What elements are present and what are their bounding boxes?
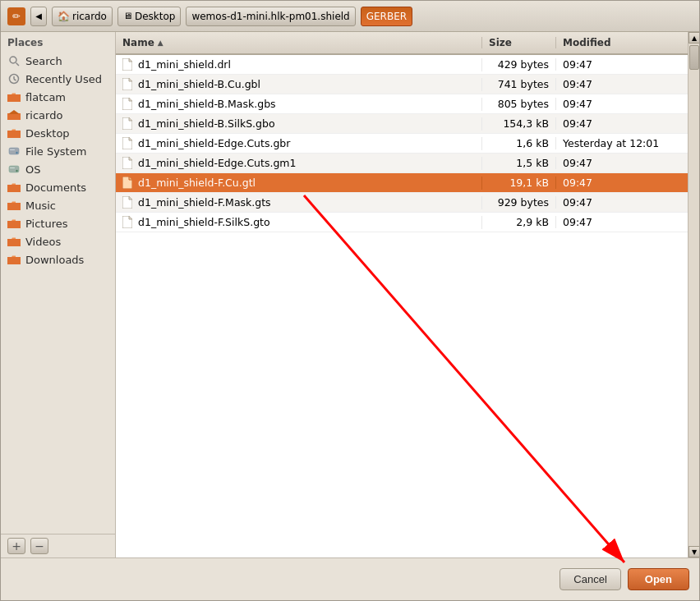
bottom-bar: Cancel Open — [1, 557, 699, 600]
places-header: Places — [1, 32, 115, 52]
svg-rect-8 — [10, 149, 15, 150]
sidebar-item-search[interactable]: Search — [1, 52, 115, 70]
file-icon — [122, 58, 134, 71]
file-area-wrapper: Name ▲ Size Modified — [116, 32, 699, 557]
svg-line-4 — [14, 80, 16, 81]
sidebar: Places Search — [1, 32, 116, 557]
file-cell-name: d1_mini_shield-F.Mask.gts — [116, 196, 482, 209]
desktop-folder-icon — [7, 126, 21, 140]
file-cell-size: 154,3 kB — [482, 117, 556, 130]
file-cell-size: 429 bytes — [482, 58, 556, 71]
file-cell-size: 2,9 kB — [482, 216, 556, 228]
file-cell-size: 929 bytes — [482, 196, 556, 209]
file-dialog: ✏ ◀ 🏠 ricardo 🖥 Desktop wemos-d1-mini.hl… — [0, 0, 700, 601]
sidebar-footer: + − — [1, 534, 115, 557]
sidebar-item-pictures[interactable]: Pictures — [1, 214, 115, 232]
breadcrumb-folder[interactable]: wemos-d1-mini.hlk-pm01.shield — [186, 7, 355, 26]
sidebar-item-desktop[interactable]: Desktop — [1, 124, 115, 142]
file-cell-name: d1_mini_shield-Edge.Cuts.gm1 — [116, 157, 482, 170]
file-area: Name ▲ Size Modified — [116, 32, 688, 557]
file-icon — [122, 98, 134, 111]
file-cell-modified: 09:47 — [556, 196, 688, 209]
videos-folder-icon — [7, 235, 21, 248]
open-button[interactable]: Open — [628, 568, 689, 590]
table-row[interactable]: d1_mini_shield-F.SilkS.gto 2,9 kB 09:47 — [116, 213, 688, 232]
file-icon — [122, 177, 134, 190]
sidebar-item-documents[interactable]: Documents — [1, 178, 115, 196]
pictures-folder-icon — [7, 217, 21, 230]
file-cell-size: 19,1 kB — [482, 177, 556, 189]
file-cell-name: d1_mini_shield-Edge.Cuts.gbr — [116, 137, 482, 150]
scrollbar-down-arrow[interactable]: ▼ — [688, 546, 699, 557]
table-row[interactable]: d1_mini_shield-Edge.Cuts.gbr 1,6 kB Yest… — [116, 134, 688, 154]
svg-marker-5 — [8, 110, 20, 114]
file-cell-name: d1_mini_shield-B.Mask.gbs — [116, 98, 482, 111]
sidebar-item-videos[interactable]: Videos — [1, 232, 115, 250]
downloads-folder-icon — [7, 253, 21, 266]
add-bookmark-button[interactable]: + — [7, 538, 25, 554]
table-row[interactable]: d1_mini_shield-B.Cu.gbl 741 bytes 09:47 — [116, 75, 688, 94]
file-cell-name: d1_mini_shield.drl — [116, 58, 482, 71]
file-cell-name: d1_mini_shield-B.Cu.gbl — [116, 78, 482, 91]
col-size-header[interactable]: Size — [482, 37, 556, 48]
svg-point-7 — [16, 152, 17, 154]
sidebar-item-filesystem[interactable]: File System — [1, 142, 115, 160]
file-cell-modified: 09:47 — [556, 98, 688, 110]
breadcrumb-gerber[interactable]: GERBER — [361, 7, 412, 26]
file-cell-size: 805 bytes — [482, 98, 556, 110]
app-icon: ✏ — [7, 7, 25, 25]
table-row[interactable]: d1_mini_shield-B.Mask.gbs 805 bytes 09:4… — [116, 94, 688, 114]
table-row[interactable]: d1_mini_shield-F.Mask.gts 929 bytes 09:4… — [116, 193, 688, 213]
breadcrumb-ricardo[interactable]: 🏠 ricardo — [52, 7, 113, 26]
sort-arrow-icon: ▲ — [158, 39, 163, 47]
file-icon — [122, 137, 134, 150]
file-icon — [122, 216, 134, 229]
file-cell-modified: 09:47 — [556, 177, 688, 189]
svg-line-1 — [16, 63, 20, 67]
scrollbar-thumb[interactable] — [689, 45, 699, 70]
folder-icon — [7, 90, 21, 103]
col-name-header[interactable]: Name ▲ — [116, 37, 482, 48]
svg-point-10 — [16, 170, 17, 172]
file-cell-size: 741 bytes — [482, 78, 556, 90]
svg-point-0 — [10, 57, 16, 63]
drive-icon — [7, 145, 21, 158]
home-folder-icon — [7, 108, 21, 122]
file-icon — [122, 157, 134, 170]
col-modified-header[interactable]: Modified — [556, 37, 688, 48]
svg-rect-11 — [10, 167, 15, 168]
clock-icon — [7, 72, 21, 85]
file-list-body: d1_mini_shield.drl 429 bytes 09:47 d1_mi… — [116, 55, 688, 557]
sidebar-item-os[interactable]: OS — [1, 160, 115, 178]
search-icon — [7, 54, 21, 67]
breadcrumb-desktop[interactable]: 🖥 Desktop — [117, 7, 182, 26]
music-folder-icon — [7, 199, 21, 212]
file-cell-modified: Yesterday at 12:01 — [556, 137, 688, 149]
table-row[interactable]: d1_mini_shield-Edge.Cuts.gm1 1,5 kB 09:4… — [116, 154, 688, 173]
file-cell-modified: 09:47 — [556, 117, 688, 130]
cancel-button[interactable]: Cancel — [560, 568, 620, 590]
sidebar-item-downloads[interactable]: Downloads — [1, 250, 115, 268]
file-cell-name: d1_mini_shield-B.SilkS.gbo — [116, 117, 482, 131]
removable-drive-icon — [7, 163, 21, 176]
table-row[interactable]: d1_mini_shield-F.Cu.gtl 19,1 kB 09:47 — [116, 173, 688, 193]
file-cell-modified: 09:47 — [556, 157, 688, 169]
sidebar-item-music[interactable]: Music — [1, 196, 115, 214]
scrollbar-up-arrow[interactable]: ▲ — [688, 32, 699, 44]
documents-folder-icon — [7, 181, 21, 194]
file-cell-size: 1,6 kB — [482, 137, 556, 149]
file-list-header: Name ▲ Size Modified — [116, 32, 688, 55]
table-row[interactable]: d1_mini_shield.drl 429 bytes 09:47 — [116, 55, 688, 75]
back-button[interactable]: ◀ — [30, 7, 47, 26]
sidebar-item-recently-used[interactable]: Recently Used — [1, 70, 115, 88]
sidebar-item-ricardo[interactable]: ricardo — [1, 106, 115, 124]
file-icon — [122, 78, 134, 91]
table-row[interactable]: d1_mini_shield-B.SilkS.gbo 154,3 kB 09:4… — [116, 114, 688, 134]
scrollbar[interactable]: ▲ ▼ — [688, 32, 699, 557]
file-cell-modified: 09:47 — [556, 216, 688, 228]
file-icon — [122, 196, 134, 209]
sidebar-item-flatcam[interactable]: flatcam — [1, 88, 115, 106]
main-content: Places Search — [1, 32, 699, 557]
file-cell-name: d1_mini_shield-F.SilkS.gto — [116, 216, 482, 229]
remove-bookmark-button[interactable]: − — [30, 538, 48, 554]
